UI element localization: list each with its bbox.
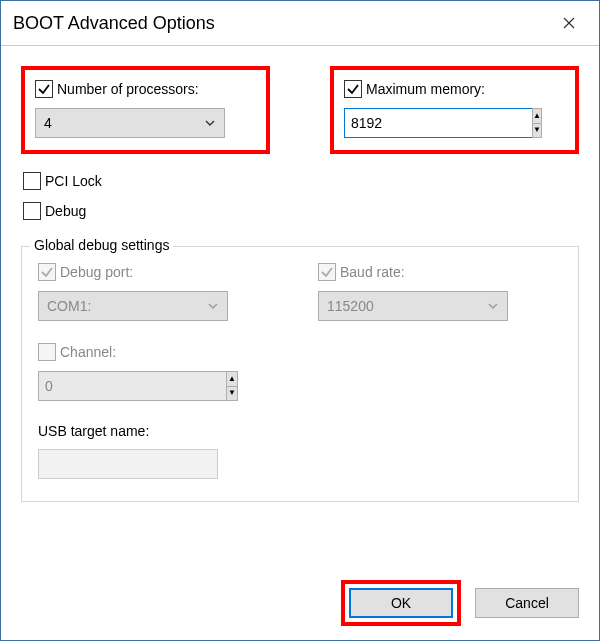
channel-col: Channel: ▲ ▼ bbox=[38, 343, 258, 401]
debug-label: Debug bbox=[45, 203, 86, 219]
chevron-down-icon bbox=[204, 117, 216, 129]
memory-input[interactable] bbox=[344, 108, 532, 138]
memory-step-up[interactable]: ▲ bbox=[533, 109, 541, 124]
baud-rate-checkbox bbox=[318, 263, 336, 281]
titlebar: BOOT Advanced Options bbox=[1, 1, 599, 46]
baud-rate-label: Baud rate: bbox=[340, 264, 405, 280]
channel-label: Channel: bbox=[60, 344, 116, 360]
processors-highlight: Number of processors: 4 bbox=[21, 66, 270, 154]
pci-lock-checkbox[interactable] bbox=[23, 172, 41, 190]
memory-checkbox[interactable] bbox=[344, 80, 362, 98]
dialog-content: Number of processors: 4 Maximum memory: bbox=[1, 46, 599, 502]
ok-highlight: OK bbox=[341, 580, 461, 626]
window-title: BOOT Advanced Options bbox=[13, 13, 215, 34]
cancel-button-label: Cancel bbox=[505, 595, 549, 611]
debug-port-checkbox bbox=[38, 263, 56, 281]
global-debug-legend: Global debug settings bbox=[30, 237, 173, 253]
processors-value: 4 bbox=[44, 115, 52, 131]
chevron-down-icon bbox=[487, 300, 499, 312]
debug-port-col: Debug port: COM1: bbox=[38, 263, 258, 321]
check-icon bbox=[346, 82, 360, 96]
processors-checkbox[interactable] bbox=[35, 80, 53, 98]
usb-target-label: USB target name: bbox=[38, 423, 562, 439]
chevron-down-icon bbox=[207, 300, 219, 312]
pci-lock-label: PCI Lock bbox=[45, 173, 102, 189]
usb-target-group: USB target name: bbox=[38, 423, 562, 479]
dialog-window: BOOT Advanced Options Number of processo… bbox=[0, 0, 600, 641]
pci-lock-row: PCI Lock bbox=[23, 172, 579, 190]
button-row: OK Cancel bbox=[341, 580, 579, 626]
memory-highlight: Maximum memory: ▲ ▼ bbox=[330, 66, 579, 154]
processors-select[interactable]: 4 bbox=[35, 108, 225, 138]
ok-button-label: OK bbox=[391, 595, 411, 611]
debug-port-value: COM1: bbox=[47, 298, 91, 314]
top-row: Number of processors: 4 Maximum memory: bbox=[21, 66, 579, 154]
usb-target-input bbox=[38, 449, 218, 479]
memory-label: Maximum memory: bbox=[366, 81, 485, 97]
check-icon bbox=[37, 82, 51, 96]
debug-port-baud-row: Debug port: COM1: Baud rate: bbox=[38, 263, 562, 321]
debug-checkbox[interactable] bbox=[23, 202, 41, 220]
baud-rate-select: 115200 bbox=[318, 291, 508, 321]
channel-spinner-buttons: ▲ ▼ bbox=[226, 371, 238, 401]
debug-port-label: Debug port: bbox=[60, 264, 133, 280]
close-icon bbox=[563, 17, 575, 29]
close-button[interactable] bbox=[549, 9, 589, 37]
channel-input bbox=[38, 371, 226, 401]
memory-spinner-buttons: ▲ ▼ bbox=[532, 108, 542, 138]
baud-rate-check-row: Baud rate: bbox=[318, 263, 538, 281]
channel-check-row: Channel: bbox=[38, 343, 258, 361]
channel-spinner: ▲ ▼ bbox=[38, 371, 238, 401]
debug-port-select: COM1: bbox=[38, 291, 228, 321]
processors-label: Number of processors: bbox=[57, 81, 199, 97]
channel-step-down: ▼ bbox=[227, 387, 237, 401]
cancel-button[interactable]: Cancel bbox=[475, 588, 579, 618]
channel-step-up: ▲ bbox=[227, 372, 237, 387]
check-icon bbox=[320, 265, 334, 279]
channel-checkbox bbox=[38, 343, 56, 361]
extra-options: PCI Lock Debug bbox=[21, 172, 579, 220]
check-icon bbox=[40, 265, 54, 279]
baud-rate-value: 115200 bbox=[327, 298, 374, 314]
memory-checkbox-row: Maximum memory: bbox=[344, 80, 565, 98]
memory-spinner: ▲ ▼ bbox=[344, 108, 534, 138]
processors-checkbox-row: Number of processors: bbox=[35, 80, 256, 98]
baud-rate-col: Baud rate: 115200 bbox=[318, 263, 538, 321]
debug-row: Debug bbox=[23, 202, 579, 220]
ok-button[interactable]: OK bbox=[349, 588, 453, 618]
memory-step-down[interactable]: ▼ bbox=[533, 124, 541, 138]
global-debug-fieldset: Global debug settings Debug port: COM1: bbox=[21, 246, 579, 502]
debug-port-check-row: Debug port: bbox=[38, 263, 258, 281]
